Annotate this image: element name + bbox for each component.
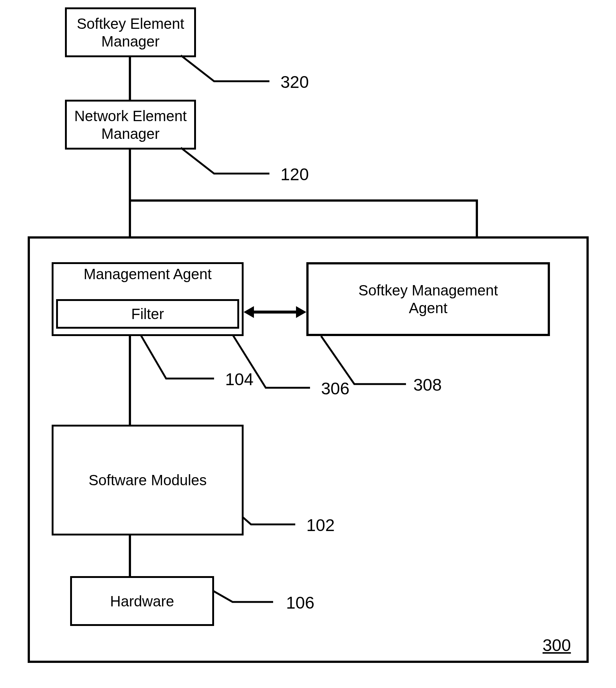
leader-104	[140, 334, 221, 386]
label-120: 120	[281, 164, 309, 184]
text-filter: Filter	[131, 305, 164, 323]
box-softkey-element-manager: Softkey Element Manager	[65, 7, 196, 57]
box-hardware: Hardware	[70, 576, 214, 626]
label-106: 106	[286, 593, 314, 613]
svg-marker-2	[296, 306, 306, 318]
label-300: 300	[543, 635, 571, 655]
label-308: 308	[413, 375, 442, 395]
svg-marker-1	[244, 306, 254, 318]
box-network-element-manager: Network Element Manager	[65, 100, 196, 150]
leader-120	[181, 148, 277, 181]
connector-ma-sm	[129, 336, 131, 427]
text-management-agent: Management Agent	[52, 266, 244, 283]
text-softkey-element-manager: Softkey Element Manager	[77, 15, 184, 50]
leader-106	[207, 587, 281, 609]
text-softkey-management-agent: Softkey Management Agent	[358, 281, 498, 317]
double-arrow	[244, 301, 306, 323]
connector-sem-nem	[129, 57, 131, 100]
label-102: 102	[306, 515, 335, 535]
leader-306	[229, 329, 317, 395]
box-software-modules: Software Modules	[52, 425, 244, 535]
box-filter: Filter	[56, 299, 239, 329]
leader-320	[181, 55, 277, 89]
box-softkey-management-agent: Softkey Management Agent	[306, 262, 550, 336]
text-network-element-manager: Network Element Manager	[74, 107, 187, 143]
text-software-modules: Software Modules	[89, 471, 207, 489]
connector-branch-horizontal	[129, 199, 478, 202]
text-hardware: Hardware	[110, 592, 174, 610]
connector-sm-hw	[129, 535, 131, 576]
label-320: 320	[281, 72, 309, 92]
leader-308	[321, 336, 413, 391]
